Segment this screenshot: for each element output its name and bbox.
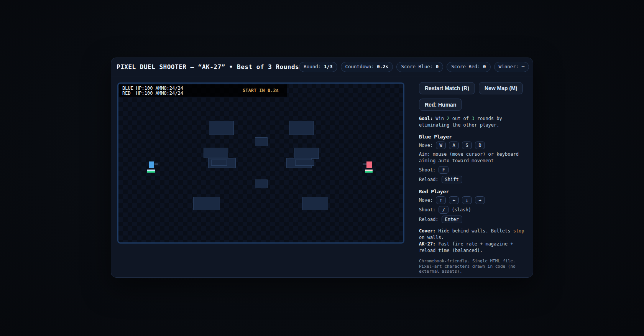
key-arrow-down: ↓	[462, 196, 472, 204]
wall	[255, 137, 268, 146]
red-move-row: Move: ↑ ← ↓ →	[419, 196, 526, 204]
wall	[302, 197, 328, 210]
red-player-body	[366, 161, 372, 168]
badge-score-blue-label: Score Blue:	[401, 64, 433, 69]
badge-countdown-label: Countdown:	[345, 64, 374, 69]
blue-player-hp-bar	[147, 171, 155, 173]
red-move-label: Move:	[419, 197, 433, 204]
goal-total-rounds: 3	[472, 116, 474, 121]
badge-round-value: 1/3	[324, 64, 333, 69]
key-f: F	[439, 166, 449, 174]
badge-score-blue: Score Blue: 0	[396, 62, 443, 72]
hud-strip: BLUE HP:100 AMMO:24/24 RED HP:100 AMMO:2…	[119, 84, 287, 97]
badge-score-blue-value: 0	[436, 64, 439, 69]
badge-winner-value: —	[522, 64, 525, 69]
blue-player-heading: Blue Player	[419, 134, 526, 140]
blue-shoot-row: Shoot: F	[419, 166, 526, 174]
goal-text-part: out of	[449, 116, 472, 121]
cover-text-part: on walls.	[419, 235, 444, 240]
goal-text: Goal: Win 2 out of 3 rounds by eliminati…	[419, 115, 526, 128]
cover-text-part: Hide behind walls. Bullets	[435, 228, 513, 234]
ak-text: AK-27: Fast fire rate + magazine + reloa…	[419, 241, 526, 254]
key-arrow-up: ↑	[436, 196, 446, 204]
wall	[204, 148, 228, 158]
ak-label: AK-27:	[419, 241, 435, 247]
cover-highlight: stop	[513, 228, 524, 234]
footer-note: Chromebook-friendly. Single HTML file. P…	[419, 259, 526, 274]
key-arrow-right: →	[475, 196, 485, 204]
sidebar-buttons-row-1: Restart Match (R) New Map (M)	[419, 82, 526, 94]
badge-countdown: Countdown: 0.2s	[341, 62, 393, 72]
red-shoot-label: Shoot:	[419, 207, 435, 213]
badge-score-red-label: Score Red:	[451, 64, 480, 69]
blue-aim-text: Aim: mouse (move cursor) or keyboard aim…	[419, 151, 526, 164]
key-slash: /	[439, 206, 449, 214]
blue-move-label: Move:	[419, 142, 433, 149]
red-reload-label: Reload:	[419, 216, 439, 223]
cover-label: Cover:	[419, 228, 435, 234]
goal-text-part: Win	[433, 116, 447, 121]
wall	[289, 121, 314, 135]
new-map-button[interactable]: New Map (M)	[479, 82, 523, 94]
wall	[255, 180, 268, 188]
blue-move-row: Move: W A S D	[419, 142, 526, 149]
cover-text: Cover: Hide behind walls. Bullets stop o…	[419, 228, 526, 241]
page-title: PIXEL DUEL SHOOTER — “AK-27” • Best of 3…	[117, 63, 299, 71]
red-shoot-note: (slash)	[452, 207, 471, 213]
red-reload-row: Reload: Enter	[419, 216, 526, 223]
red-mode-toggle-button[interactable]: Red: Human	[419, 99, 462, 111]
badge-countdown-value: 0.2s	[377, 64, 388, 69]
badge-round: Round: 1/3	[299, 62, 337, 72]
key-a: A	[449, 142, 459, 149]
red-player-hp-bar	[365, 171, 373, 173]
content: BLUE HP:100 AMMO:24/24 RED HP:100 AMMO:2…	[111, 76, 533, 277]
blue-player-ammo-bar	[147, 170, 155, 171]
restart-match-button[interactable]: Restart Match (R)	[419, 82, 475, 94]
key-enter: Enter	[442, 216, 462, 223]
badge-round-label: Round:	[304, 64, 321, 69]
sidebar: Restart Match (R) New Map (M) Red: Human…	[412, 76, 533, 277]
badge-winner-label: Winner:	[499, 64, 519, 69]
wall	[294, 148, 319, 159]
red-player-gun	[363, 163, 366, 165]
game-area: BLUE HP:100 AMMO:24/24 RED HP:100 AMMO:2…	[111, 76, 412, 277]
blue-player-gun	[154, 163, 158, 165]
status-badges: Round: 1/3 Countdown: 0.2s Score Blue: 0…	[299, 62, 529, 72]
blue-reload-label: Reload:	[419, 176, 439, 183]
game-canvas[interactable]: BLUE HP:100 AMMO:24/24 RED HP:100 AMMO:2…	[117, 82, 404, 244]
wall	[295, 160, 314, 166]
key-shift: Shift	[442, 176, 462, 183]
red-player-heading: Red Player	[419, 189, 526, 194]
blue-player-body	[149, 161, 154, 168]
key-s: S	[462, 142, 472, 149]
header: PIXEL DUEL SHOOTER — “AK-27” • Best of 3…	[111, 58, 533, 76]
key-arrow-left: ←	[449, 196, 459, 204]
blue-shoot-label: Shoot:	[419, 167, 435, 173]
goal-label: Goal:	[419, 116, 433, 121]
hud-countdown-banner: START IN 0.2s	[243, 88, 279, 93]
wall	[211, 160, 227, 166]
wall	[193, 197, 220, 210]
red-player-ammo-bar	[365, 170, 373, 171]
badge-score-red-value: 0	[483, 64, 486, 69]
app-window: PIXEL DUEL SHOOTER — “AK-27” • Best of 3…	[111, 58, 533, 278]
badge-winner: Winner: —	[494, 62, 529, 72]
sidebar-buttons-row-2: Red: Human	[419, 99, 526, 111]
badge-score-red: Score Red: 0	[447, 62, 490, 72]
red-shoot-row: Shoot: / (slash)	[419, 206, 526, 214]
wall	[209, 121, 234, 135]
key-d: D	[475, 142, 485, 149]
key-w: W	[436, 142, 446, 149]
blue-reload-row: Reload: Shift	[419, 176, 526, 183]
